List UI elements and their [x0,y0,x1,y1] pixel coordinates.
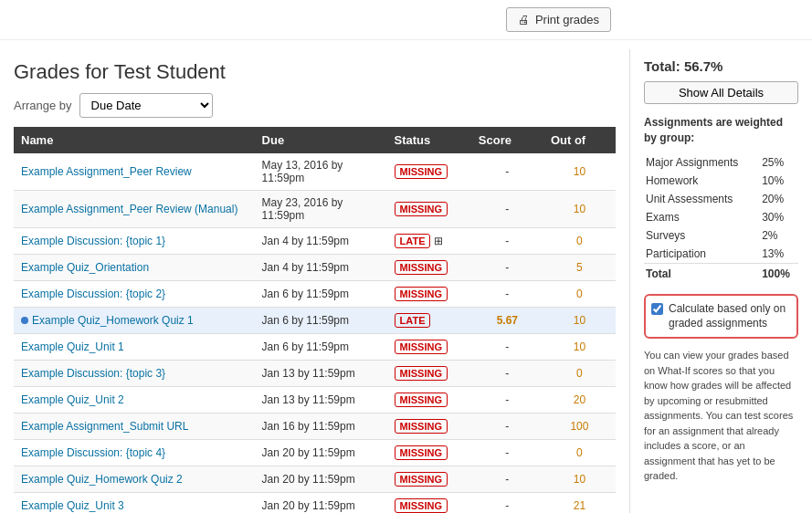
outof-value: 5 [543,255,616,281]
assignment-link[interactable]: Example Discussion: {topic 2} [21,288,165,300]
due-date: Jan 6 by 11:59pm [255,281,387,308]
score-value: 5.67 [471,308,543,334]
assignment-link[interactable]: Example Quiz_Unit 3 [21,499,124,512]
weight-value: 10% [760,172,798,190]
show-all-details-button[interactable]: Show All Details [644,81,798,104]
total-score: Total: 56.7% [644,58,798,74]
printer-icon: 🖨 [518,13,530,26]
status-badge: MISSING [387,153,471,191]
score-value: - [471,493,543,514]
outof-value: 0 [543,361,616,387]
weight-group-name: Surveys [644,226,760,245]
assignment-link[interactable]: Example Assignment_Peer Review (Manual) [21,203,237,215]
assignment-link[interactable]: Example Assignment_Submit URL [21,420,188,433]
status-badge: MISSING [387,466,471,493]
due-date: Jan 20 by 11:59pm [255,440,387,466]
table-row: Example Quiz_Homework Quiz 1Jan 6 by 11:… [14,308,616,334]
due-date: Jan 16 by 11:59pm [255,414,387,440]
col-header-status: Status [387,127,471,153]
col-header-due: Due [255,127,387,153]
graded-only-checkbox[interactable] [651,303,663,315]
score-value: - [471,228,543,255]
weight-value: 30% [760,208,798,226]
new-dot-indicator [21,317,28,324]
score-value: - [471,361,543,387]
assignment-link[interactable]: Example Quiz_Orientation [21,261,149,274]
assignment-link[interactable]: Example Quiz_Unit 1 [21,340,124,353]
weight-group-name: Unit Assessments [644,190,760,208]
score-value: - [471,466,543,493]
score-value: - [471,191,543,228]
weight-group-name: Major Assignments [644,153,760,172]
assignment-link[interactable]: Example Discussion: {topic 3} [21,367,165,380]
status-badge: MISSING [387,255,471,281]
grades-table: Name Due Status Score Out of Example Ass… [14,127,616,513]
status-badge: MISSING [387,493,471,514]
weight-group-name: Participation [644,245,760,264]
outof-value: 0 [543,228,616,255]
outof-value: 10 [543,466,616,493]
assignment-link[interactable]: Example Discussion: {topic 4} [21,446,165,459]
status-badge: MISSING [387,387,471,414]
table-row: Example Quiz_Unit 1Jan 6 by 11:59pmMISSI… [14,334,616,361]
table-row: Example Discussion: {topic 2}Jan 6 by 11… [14,281,616,308]
outof-value: 10 [543,153,616,191]
score-value: - [471,255,543,281]
weight-value: 20% [760,190,798,208]
due-date: Jan 6 by 11:59pm [255,334,387,361]
table-row: Example Quiz_OrientationJan 4 by 11:59pm… [14,255,616,281]
assignment-link[interactable]: Example Quiz_Unit 2 [21,393,124,406]
due-date: May 23, 2016 by 11:59pm [255,191,387,228]
outof-value: 10 [543,308,616,334]
weight-group-name: Total [644,263,760,283]
outof-value: 10 [543,191,616,228]
assignment-link[interactable]: Example Quiz_Homework Quiz 2 [21,473,183,486]
outof-value: 20 [543,387,616,414]
due-date: Jan 4 by 11:59pm [255,255,387,281]
score-value: - [471,153,543,191]
col-header-name: Name [14,127,255,153]
whatif-description: You can view your grades based on What-I… [644,348,798,484]
due-date: May 13, 2016 by 11:59pm [255,153,387,191]
assignment-link[interactable]: Example Discussion: {topic 1} [21,235,165,247]
weight-table-row: Unit Assessments20% [644,190,798,208]
table-row: Example Quiz_Unit 2Jan 13 by 11:59pmMISS… [14,387,616,414]
score-value: - [471,414,543,440]
weight-table: Major Assignments25%Homework10%Unit Asse… [644,153,798,283]
status-badge: MISSING [387,440,471,466]
table-row: Example Assignment_Submit URLJan 16 by 1… [14,414,616,440]
arrange-by-select[interactable]: Due Date Assignment Name Assignment Grou… [79,93,213,118]
due-date: Jan 20 by 11:59pm [255,493,387,514]
print-grades-label: Print grades [535,13,599,26]
score-value: - [471,440,543,466]
table-row: Example Assignment_Peer Review (Manual)M… [14,191,616,228]
status-badge: MISSING [387,414,471,440]
page-title: Grades for Test Student [14,60,616,84]
assignment-link[interactable]: Example Assignment_Peer Review [21,165,192,178]
weight-table-row: Participation13% [644,245,798,264]
due-date: Jan 20 by 11:59pm [255,466,387,493]
print-grades-button[interactable]: 🖨 Print grades [506,7,611,32]
weight-table-row: Homework10% [644,172,798,190]
assignment-link[interactable]: Example Quiz_Homework Quiz 1 [32,314,194,327]
weight-value: 100% [760,263,798,283]
score-value: - [471,334,543,361]
col-header-outof: Out of [543,127,616,153]
weight-group-name: Exams [644,208,760,226]
due-date: Jan 13 by 11:59pm [255,387,387,414]
outof-value: 0 [543,440,616,466]
weighted-group-label: Assignments are weighted by group: [644,115,798,146]
discussion-icon: ⊞ [434,235,443,247]
status-badge: MISSING [387,281,471,308]
table-row: Example Discussion: {topic 3}Jan 13 by 1… [14,361,616,387]
weight-table-row: Total100% [644,263,798,283]
status-badge: MISSING [387,361,471,387]
due-date: Jan 6 by 11:59pm [255,308,387,334]
weight-value: 25% [760,153,798,172]
due-date: Jan 4 by 11:59pm [255,228,387,255]
table-row: Example Discussion: {topic 1}Jan 4 by 11… [14,228,616,255]
status-badge: MISSING [387,334,471,361]
status-badge: MISSING [387,191,471,228]
weight-table-row: Surveys2% [644,226,798,245]
graded-assignments-checkbox-container: Calculate based only on graded assignmen… [644,294,798,340]
